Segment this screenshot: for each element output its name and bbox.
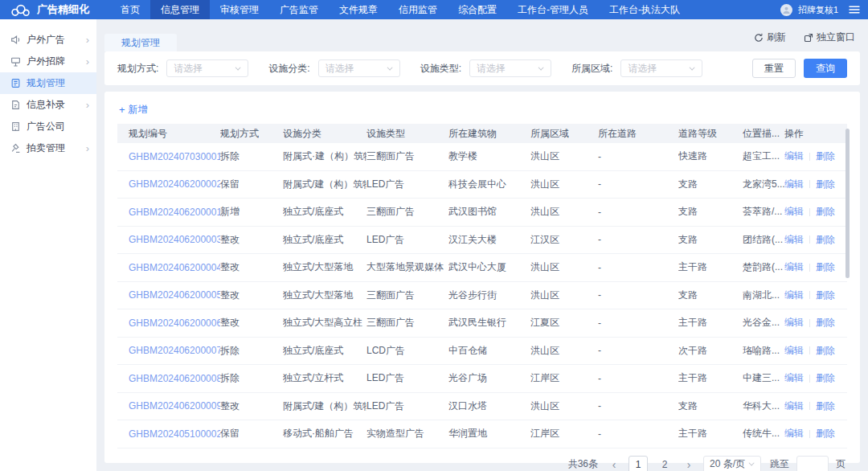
prev-page-button[interactable]: ‹ (607, 457, 621, 471)
edit-link[interactable]: 编辑 (784, 399, 804, 413)
nav-item-documents[interactable]: 文件规章 (329, 0, 388, 19)
facility-type-select[interactable]: 请选择 (469, 59, 551, 77)
facility-category-select[interactable]: 请选择 (318, 59, 400, 77)
table-cell: 保留 (220, 427, 283, 440)
divider (809, 153, 810, 161)
plan-id-link[interactable]: GHBM202406200002 (117, 178, 220, 190)
plan-id-link[interactable]: GHBM202407030001 (117, 151, 220, 162)
region-select[interactable]: 请选择 (620, 59, 702, 77)
delete-link[interactable]: 删除 (816, 233, 835, 247)
username-label[interactable]: 招牌复核1 (798, 4, 838, 16)
column-header: 所在建筑物 (448, 127, 530, 141)
refresh-icon (754, 33, 764, 43)
delete-link[interactable]: 删除 (816, 399, 835, 413)
plan-id-link[interactable]: GHBM202406200008 (117, 373, 220, 384)
edit-link[interactable]: 编辑 (784, 260, 804, 274)
plan-id-link[interactable]: GHBM202406200005 (117, 289, 220, 301)
menu-icon[interactable] (849, 5, 860, 14)
user-avatar[interactable] (780, 4, 792, 16)
jump-page-input[interactable] (796, 456, 829, 471)
add-button[interactable]: + 新增 (119, 103, 148, 117)
search-button[interactable]: 查询 (804, 59, 847, 78)
edit-link[interactable]: 编辑 (784, 316, 804, 330)
table-cell: 教学楼 (448, 149, 530, 163)
table-cell: 附属式·建（构）筑物... (283, 149, 366, 163)
navbar-right: 招牌复核1 (780, 4, 860, 16)
edit-link[interactable]: 编辑 (784, 233, 804, 247)
edit-link[interactable]: 编辑 (784, 289, 804, 302)
chevron-right-icon: › (86, 35, 89, 45)
delete-link[interactable]: 删除 (816, 427, 835, 440)
table-row: GHBM202406200006整改独立式/大型高立柱三翻面广告武汉民生银行江夏… (117, 309, 847, 338)
table-cell: 整改 (220, 260, 283, 274)
delete-link[interactable]: 删除 (816, 205, 835, 219)
table-cell: 洪山区 (530, 399, 598, 413)
table-cell: 整改 (220, 316, 283, 330)
table-cell: 支路 (678, 205, 743, 219)
refresh-button[interactable]: 刷新 (754, 31, 786, 44)
page-button-1[interactable]: 1 (628, 456, 648, 471)
table-cell: LCD广告 (366, 344, 448, 358)
delete-link[interactable]: 删除 (816, 149, 835, 163)
nav-item-credit[interactable]: 信用监管 (388, 0, 448, 19)
sidebar-item-信息补录[interactable]: 信息补录› (0, 94, 96, 116)
chevron-right-icon: › (86, 56, 89, 67)
table-cell: 汉江关大楼 (448, 233, 530, 247)
nav-item-config[interactable]: 综合配置 (448, 0, 507, 19)
signboard-icon (10, 56, 21, 67)
sidebar-item-户外广告[interactable]: 户外广告› (0, 29, 96, 51)
delete-link[interactable]: 删除 (816, 260, 835, 274)
delete-link[interactable]: 删除 (816, 178, 835, 191)
table-cell: - (598, 373, 678, 384)
reset-button[interactable]: 重置 (752, 59, 796, 78)
plan-id-link[interactable]: GHBM202406200009 (117, 400, 220, 412)
tab-planning-management[interactable]: 规划管理 (104, 34, 177, 51)
table-cell: 龙家湾5... (743, 178, 784, 191)
sidebar-item-户外招牌[interactable]: 户外招牌› (0, 51, 96, 72)
sidebar-item-label: 拍卖管理 (27, 141, 65, 155)
table-cell: 新增 (220, 205, 283, 219)
standalone-window-button[interactable]: 独立窗口 (804, 31, 855, 44)
page-size-select[interactable]: 20 条/页 (703, 456, 761, 471)
divider (809, 208, 810, 216)
nav-item-home[interactable]: 首页 (110, 0, 150, 19)
nav-item-workbench-enforcement[interactable]: 工作台-执法大队 (599, 0, 690, 19)
plan-id-link[interactable]: GHBM202406200001 (117, 207, 220, 218)
delete-link[interactable]: 删除 (816, 344, 835, 358)
plan-id-link[interactable]: GHBM202405100002 (117, 428, 220, 440)
delete-link[interactable]: 删除 (816, 316, 835, 330)
edit-link[interactable]: 编辑 (784, 344, 804, 358)
table-cell: - (598, 317, 678, 329)
nav-item-ad-supervision[interactable]: 广告监管 (269, 0, 329, 19)
nav-item-workbench-admin[interactable]: 工作台-管理人员 (507, 0, 599, 19)
sidebar-item-拍卖管理[interactable]: 拍卖管理› (0, 137, 96, 159)
vertical-scrollbar[interactable] (845, 129, 850, 278)
table-header: 规划编号 规划方式 设施分类 设施类型 所在建筑物 所属区域 所在道路 道路等级… (117, 124, 847, 143)
plan-id-link[interactable]: GHBM202406200006 (117, 317, 220, 329)
top-navbar: 广告精细化 首页 信息管理 审核管理 广告监管 文件规章 信用监管 综合配置 工… (0, 0, 868, 19)
table-row: GHBM202407030001拆除附属式·建（构）筑物...三翻面广告教学楼洪… (117, 143, 847, 171)
sidebar-item-规划管理[interactable]: 规划管理 (0, 72, 96, 94)
plan-id-link[interactable]: GHBM202406200004 (117, 262, 220, 273)
page-button-2[interactable]: 2 (655, 456, 674, 471)
edit-link[interactable]: 编辑 (784, 371, 804, 385)
table-cell: LED广告 (366, 371, 448, 385)
plan-id-link[interactable]: GHBM202406200003 (117, 234, 220, 245)
form-icon (10, 100, 21, 110)
table-cell: 科技会展中心 (448, 178, 530, 191)
nav-item-info-management[interactable]: 信息管理 (150, 0, 210, 19)
edit-link[interactable]: 编辑 (784, 205, 804, 219)
next-page-button[interactable]: › (682, 457, 696, 471)
edit-link[interactable]: 编辑 (784, 178, 804, 191)
row-actions: 编辑删除 (784, 316, 842, 330)
delete-link[interactable]: 删除 (816, 371, 835, 385)
table-cell: - (598, 207, 678, 218)
plan-id-link[interactable]: GHBM202406200007 (117, 345, 220, 356)
table-cell: - (598, 178, 678, 190)
edit-link[interactable]: 编辑 (784, 427, 804, 440)
sidebar-item-广告公司[interactable]: 广告公司 (0, 116, 96, 137)
edit-link[interactable]: 编辑 (784, 149, 804, 163)
delete-link[interactable]: 删除 (816, 289, 835, 302)
nav-item-audit[interactable]: 审核管理 (210, 0, 269, 19)
planning-method-select[interactable]: 请选择 (166, 59, 248, 77)
